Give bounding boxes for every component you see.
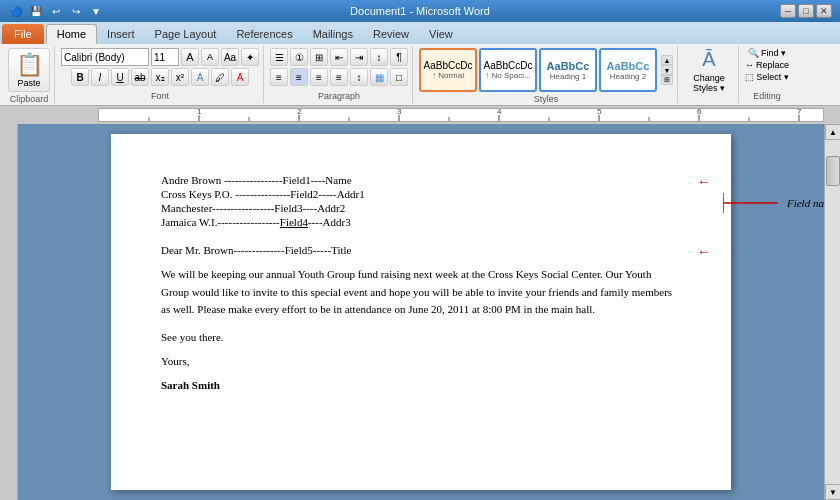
- tab-review[interactable]: Review: [363, 24, 419, 44]
- tab-home[interactable]: Home: [46, 24, 97, 44]
- svg-text:4: 4: [497, 109, 502, 116]
- scroll-down-button[interactable]: ▼: [825, 484, 840, 500]
- styles-scroll-up[interactable]: ▲: [661, 55, 673, 65]
- body-paragraph-3: Yours,: [161, 355, 681, 367]
- multilevel-button[interactable]: ⊞: [310, 48, 328, 66]
- para-row1: ☰ ① ⊞ ⇤ ⇥ ↕ ¶: [270, 48, 408, 66]
- document-area: Andre Brown ----------------Field1----Na…: [0, 124, 840, 500]
- ribbon-tabs: File Home Insert Page Layout References …: [0, 22, 840, 44]
- editing-content: 🔍 Find ▾ ↔ Replace ⬚ Select ▾: [745, 48, 789, 89]
- superscript-button[interactable]: x²: [171, 68, 189, 86]
- style-heading1-button[interactable]: AaBbCc Heading 1: [539, 48, 597, 92]
- address-block: Andre Brown ----------------Field1----Na…: [161, 174, 681, 228]
- select-icon: ⬚: [745, 72, 754, 82]
- svg-text:7: 7: [797, 109, 802, 116]
- text-effects-button[interactable]: A: [191, 68, 209, 86]
- font-label: Font: [61, 91, 259, 101]
- style-heading2-button[interactable]: AaBbCc Heading 2: [599, 48, 657, 92]
- window-controls: ─ □ ✕: [780, 4, 832, 18]
- strikethrough-button[interactable]: ab: [131, 68, 149, 86]
- close-button[interactable]: ✕: [816, 4, 832, 18]
- greeting-line: Dear Mr. Brown--------------Field5-----T…: [161, 244, 681, 256]
- clipboard-group: 📋 Paste Clipboard: [4, 46, 55, 103]
- line-spacing-button[interactable]: ↕: [350, 68, 368, 86]
- underline-button[interactable]: U: [111, 68, 129, 86]
- bold-button[interactable]: B: [71, 68, 89, 86]
- body-paragraph-2: See you there.: [161, 331, 681, 343]
- minimize-button[interactable]: ─: [780, 4, 796, 18]
- doc-line-1: Andre Brown ----------------Field1----Na…: [161, 174, 681, 186]
- styles-expand[interactable]: ⊞: [661, 75, 673, 85]
- vertical-scrollbar[interactable]: ▲ ▼: [824, 124, 840, 500]
- style-no-spacing-button[interactable]: AaBbCcDc ↑ No Spaci...: [479, 48, 537, 92]
- font-size-input[interactable]: [151, 48, 179, 66]
- numbering-button[interactable]: ①: [290, 48, 308, 66]
- quick-save[interactable]: 💾: [28, 3, 44, 19]
- align-right-button[interactable]: ≡: [310, 68, 328, 86]
- decrease-indent-button[interactable]: ⇤: [330, 48, 348, 66]
- font-row2: B I U ab x₂ x² A 🖊 A: [71, 68, 249, 86]
- styles-scroll-down[interactable]: ▼: [661, 65, 673, 75]
- editing-group: 🔍 Find ▾ ↔ Replace ⬚ Select ▾ Editing: [741, 46, 793, 103]
- shading-button[interactable]: ▦: [370, 68, 388, 86]
- italic-button[interactable]: I: [91, 68, 109, 86]
- find-button[interactable]: 🔍 Find ▾: [748, 48, 786, 58]
- text-highlight-button[interactable]: 🖊: [211, 68, 229, 86]
- tab-file[interactable]: File: [2, 24, 44, 44]
- font-color-button[interactable]: A: [231, 68, 249, 86]
- paste-label: Paste: [17, 78, 40, 88]
- change-styles-group: Ā ChangeStyles ▾ -: [680, 46, 739, 103]
- subscript-button[interactable]: x₂: [151, 68, 169, 86]
- field-names-label: Field names: [787, 197, 824, 209]
- svg-text:2: 2: [297, 109, 302, 116]
- svg-text:3: 3: [397, 109, 402, 116]
- paste-button[interactable]: 📋 Paste: [8, 48, 50, 92]
- replace-button[interactable]: ↔ Replace: [745, 60, 789, 70]
- scroll-area: Andre Brown ----------------Field1----Na…: [18, 124, 824, 500]
- increase-indent-button[interactable]: ⇥: [350, 48, 368, 66]
- show-hide-button[interactable]: ¶: [390, 48, 408, 66]
- scroll-thumb[interactable]: [826, 156, 840, 186]
- font-shrink-button[interactable]: A: [201, 48, 219, 66]
- body-paragraph-4: Sarah Smith: [161, 379, 681, 391]
- clear-format-button[interactable]: ✦: [241, 48, 259, 66]
- doc-line-3: Manchester-----------------Field3----Add…: [161, 202, 681, 214]
- change-case-button[interactable]: Aa: [221, 48, 239, 66]
- bullets-button[interactable]: ☰: [270, 48, 288, 66]
- select-button[interactable]: ⬚ Select ▾: [745, 72, 789, 82]
- style-normal-preview: AaBbCcDc: [424, 60, 473, 71]
- font-name-input[interactable]: [61, 48, 149, 66]
- change-styles-content: Ā ChangeStyles ▾: [684, 48, 734, 92]
- change-styles-icon: Ā: [702, 48, 715, 71]
- sort-button[interactable]: ↕: [370, 48, 388, 66]
- change-styles-button[interactable]: Ā ChangeStyles ▾: [684, 48, 734, 92]
- replace-label: Replace: [756, 60, 789, 70]
- quick-menu[interactable]: ▼: [88, 3, 104, 19]
- borders-button[interactable]: □: [390, 68, 408, 86]
- tab-page-layout[interactable]: Page Layout: [145, 24, 227, 44]
- find-label: Find ▾: [761, 48, 786, 58]
- svg-text:6: 6: [697, 109, 702, 116]
- justify-button[interactable]: ≡: [330, 68, 348, 86]
- svg-text:1: 1: [197, 109, 202, 116]
- tab-mailings[interactable]: Mailings: [303, 24, 363, 44]
- scroll-up-button[interactable]: ▲: [825, 124, 840, 140]
- style-heading2-preview: AaBbCc: [607, 60, 650, 72]
- quick-redo[interactable]: ↪: [68, 3, 84, 19]
- document-page[interactable]: Andre Brown ----------------Field1----Na…: [111, 134, 731, 490]
- style-heading2-label: Heading 2: [610, 72, 646, 81]
- align-center-button[interactable]: ≡: [290, 68, 308, 86]
- style-normal-button[interactable]: AaBbCcDc ↑ Normal: [419, 48, 477, 92]
- tab-insert[interactable]: Insert: [97, 24, 145, 44]
- tab-view[interactable]: View: [419, 24, 463, 44]
- font-grow-button[interactable]: A: [181, 48, 199, 66]
- tab-references[interactable]: References: [226, 24, 302, 44]
- font-content: A A Aa ✦ B I U ab x₂ x² A 🖊 A: [61, 48, 259, 89]
- annotation-arrow: [723, 188, 783, 218]
- align-left-button[interactable]: ≡: [270, 68, 288, 86]
- clipboard-content: 📋 Paste: [8, 48, 50, 92]
- para-row2: ≡ ≡ ≡ ≡ ↕ ▦ □: [270, 68, 408, 86]
- maximize-button[interactable]: □: [798, 4, 814, 18]
- paragraph-label: Paragraph: [270, 91, 408, 101]
- quick-undo[interactable]: ↩: [48, 3, 64, 19]
